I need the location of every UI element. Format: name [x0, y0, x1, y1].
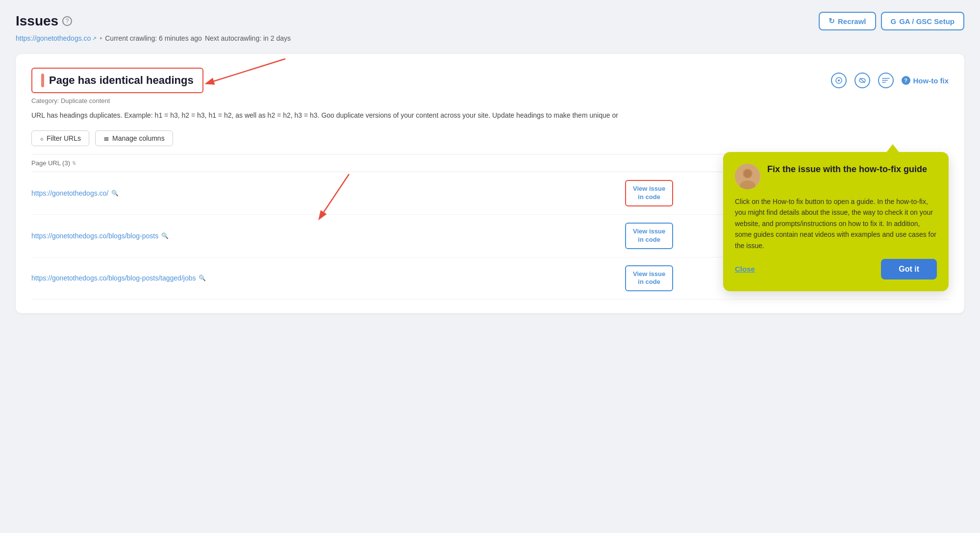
tooltip-close-button[interactable]: Close	[735, 265, 755, 273]
svg-rect-8	[882, 78, 890, 79]
filter-icon: ⬦	[40, 134, 44, 142]
svg-point-5	[838, 79, 840, 81]
view-issue-cell: View issuein code	[625, 265, 723, 292]
svg-rect-9	[882, 80, 888, 81]
col-view-issue	[625, 159, 723, 167]
got-it-button[interactable]: Got it	[881, 259, 937, 279]
issue-title-box: Page has identical headings	[31, 68, 203, 93]
col-page-url: Page URL (3) ⇅	[31, 159, 625, 167]
url-cell: https://gonetothedogs.co/blogs/blog-post…	[31, 232, 625, 240]
question-icon: ?	[902, 76, 910, 85]
sort-icon: ⇅	[72, 160, 76, 166]
issue-title-left: Page has identical headings	[31, 68, 203, 93]
view-issue-cell: View issuein code	[625, 223, 723, 249]
issue-description: URL has headings duplicates. Example: h1…	[31, 110, 949, 121]
main-card: Page has identical headings	[16, 54, 964, 313]
ga-setup-button[interactable]: G GA / GSC Setup	[881, 12, 964, 30]
url-link[interactable]: https://gonetothedogs.co/blogs/blog-post…	[31, 232, 158, 240]
url-link[interactable]: https://gonetothedogs.co/	[31, 189, 108, 197]
view-issue-in-code-button[interactable]: View issuein code	[625, 223, 673, 249]
columns-icon: ≣	[103, 134, 109, 142]
filter-list-icon[interactable]	[878, 73, 894, 88]
tooltip-header: Fix the issue with the how-to-fix guide	[735, 164, 937, 189]
issue-actions: ? How-to fix	[831, 73, 949, 88]
avatar	[735, 164, 760, 189]
view-issue-cell: View issuein code	[625, 180, 723, 206]
svg-rect-10	[882, 82, 886, 83]
filter-urls-button[interactable]: ⬦ Filter URLs	[31, 130, 89, 146]
help-icon[interactable]: ?	[62, 16, 72, 26]
how-to-fix-button[interactable]: ? How-to fix	[902, 76, 949, 85]
issue-severity-bar	[41, 74, 44, 87]
category-label: Category: Duplicate content	[31, 97, 949, 104]
tooltip-title: Fix the issue with the how-to-fix guide	[767, 164, 927, 175]
search-icon[interactable]: 🔍	[111, 190, 119, 197]
signal-icon[interactable]	[831, 73, 847, 88]
tooltip-arrow	[886, 144, 900, 153]
ga-icon: G	[891, 17, 897, 25]
header-buttons: ↻ Recrawl G GA / GSC Setup	[819, 12, 964, 30]
page-title: Issues	[16, 13, 58, 29]
external-link-icon: ↗	[92, 35, 97, 42]
url-cell: https://gonetothedogs.co/blogs/blog-post…	[31, 274, 625, 282]
manage-columns-button[interactable]: ≣ Manage columns	[95, 130, 173, 146]
svg-point-14	[744, 170, 752, 178]
search-icon[interactable]: 🔍	[199, 275, 206, 281]
recrawl-button[interactable]: ↻ Recrawl	[819, 12, 876, 30]
recrawl-icon: ↻	[829, 17, 835, 25]
view-issue-in-code-button[interactable]: View issuein code	[625, 180, 673, 206]
filter-row: ⬦ Filter URLs ≣ Manage columns	[31, 130, 949, 146]
tooltip-footer: Close Got it	[735, 259, 937, 279]
issue-title-row: Page has identical headings	[31, 68, 949, 93]
site-url-link[interactable]: https://gonetothedogs.co ↗	[16, 34, 97, 42]
tooltip-body: Click on the How-to fix button to open a…	[735, 196, 937, 251]
eye-off-icon[interactable]	[854, 73, 870, 88]
view-issue-in-code-button[interactable]: View issuein code	[625, 265, 673, 292]
how-to-fix-tooltip: Fix the issue with the how-to-fix guide …	[723, 152, 949, 291]
url-link[interactable]: https://gonetothedogs.co/blogs/blog-post…	[31, 274, 196, 282]
search-icon[interactable]: 🔍	[161, 232, 169, 239]
issue-title-text: Page has identical headings	[49, 74, 194, 87]
url-cell: https://gonetothedogs.co/ 🔍	[31, 189, 625, 197]
site-info: https://gonetothedogs.co ↗ • Current cra…	[16, 34, 964, 42]
